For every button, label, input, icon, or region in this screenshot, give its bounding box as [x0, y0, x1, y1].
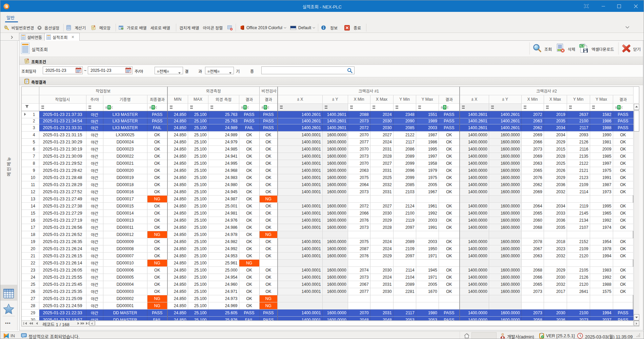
svg-text:XLS: XLS [579, 44, 584, 47]
